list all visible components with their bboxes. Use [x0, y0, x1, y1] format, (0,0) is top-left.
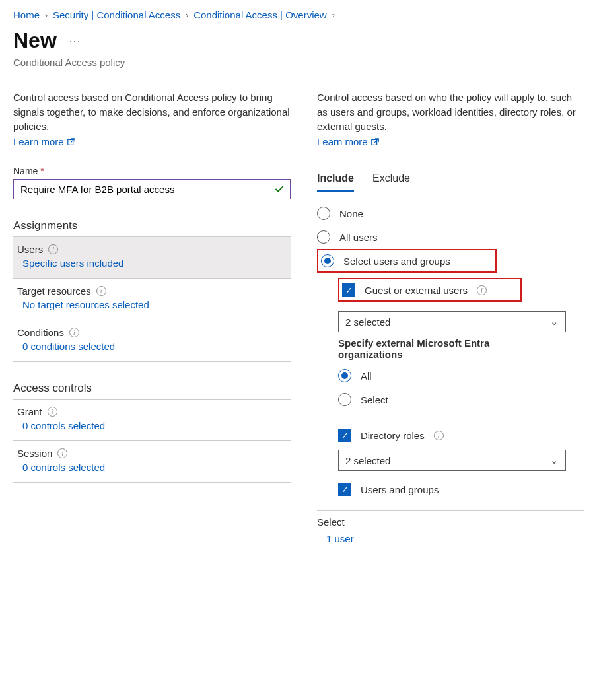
control-session-label: Session — [17, 448, 52, 459]
learn-more-link[interactable]: Learn more — [13, 136, 76, 147]
radio-entra-all[interactable] — [338, 369, 351, 382]
select-heading: Select — [317, 516, 584, 528]
guest-types-select[interactable]: 2 selected ⌄ — [338, 311, 566, 332]
info-icon[interactable]: i — [57, 448, 67, 458]
check-icon — [273, 183, 285, 197]
info-icon[interactable]: i — [96, 286, 106, 296]
radio-entra-select-label: Select — [361, 394, 388, 405]
right-intro-text: Control access based on who the policy w… — [317, 90, 584, 133]
radio-entra-all-label: All — [361, 370, 372, 382]
control-session[interactable]: Session i 0 controls selected — [13, 441, 291, 483]
tab-include[interactable]: Include — [317, 170, 354, 192]
info-icon[interactable]: i — [48, 244, 58, 254]
more-actions-button[interactable]: ⋯ — [69, 34, 82, 48]
info-icon[interactable]: i — [48, 407, 57, 417]
radio-none[interactable] — [317, 207, 330, 220]
external-link-icon — [67, 137, 76, 147]
assignment-conditions-label: Conditions — [17, 327, 64, 338]
breadcrumb-security[interactable]: Security | Conditional Access — [53, 9, 180, 20]
assignment-users-label: Users — [17, 244, 43, 255]
tab-exclude[interactable]: Exclude — [372, 170, 410, 192]
separator — [317, 510, 584, 511]
info-icon[interactable]: i — [434, 431, 444, 440]
chevron-right-icon: › — [45, 11, 48, 20]
page-subtitle: Conditional Access policy — [13, 57, 584, 68]
radio-all-users[interactable] — [317, 230, 330, 244]
learn-more-label: Learn more — [13, 136, 64, 147]
checkbox-directory-roles[interactable]: ✓ — [338, 429, 351, 442]
radio-select-users[interactable] — [321, 254, 334, 267]
radio-all-users-label: All users — [339, 232, 378, 243]
control-session-status[interactable]: 0 controls selected — [22, 462, 105, 473]
checkbox-directory-roles-label: Directory roles — [361, 430, 425, 441]
name-label: Name* — [13, 166, 291, 176]
breadcrumb: Home › Security | Conditional Access › C… — [13, 9, 584, 20]
assignment-users-status[interactable]: Specific users included — [22, 258, 123, 269]
checkbox-users-groups-label: Users and groups — [361, 484, 439, 495]
chevron-down-icon: ⌄ — [550, 454, 559, 466]
breadcrumb-home[interactable]: Home — [13, 9, 40, 20]
info-icon[interactable]: i — [477, 285, 487, 295]
page-title: New — [13, 28, 57, 53]
learn-more-label: Learn more — [317, 136, 368, 147]
selected-users-link[interactable]: 1 user — [326, 533, 354, 544]
entra-org-label: Specify external Microsoft Entra organiz… — [338, 337, 536, 360]
assignment-conditions-status[interactable]: 0 conditions selected — [22, 341, 115, 352]
checkbox-guest-external[interactable]: ✓ — [342, 283, 355, 297]
radio-select-users-label: Select users and groups — [343, 256, 450, 267]
left-intro-text: Control access based on Conditional Acce… — [13, 90, 291, 133]
info-icon[interactable]: i — [69, 328, 79, 337]
checkbox-guest-label: Guest or external users — [365, 285, 468, 296]
include-exclude-tabs: Include Exclude — [317, 170, 584, 192]
control-grant-status[interactable]: 0 controls selected — [22, 420, 105, 431]
policy-name-input[interactable] — [13, 179, 291, 199]
assignment-users[interactable]: Users i Specific users included — [13, 237, 291, 279]
breadcrumb-overview[interactable]: Conditional Access | Overview — [193, 9, 326, 20]
section-assignments: Assignments — [13, 219, 291, 237]
chevron-right-icon: › — [332, 11, 335, 20]
guest-types-value: 2 selected — [345, 316, 390, 328]
svg-rect-0 — [67, 139, 73, 145]
external-link-icon — [370, 137, 380, 147]
svg-rect-1 — [371, 139, 376, 145]
assignment-conditions[interactable]: Conditions i 0 conditions selected — [13, 320, 291, 362]
chevron-down-icon: ⌄ — [550, 316, 559, 328]
assignment-target[interactable]: Target resources i No target resources s… — [13, 279, 291, 320]
control-grant-label: Grant — [17, 406, 42, 417]
learn-more-link-right[interactable]: Learn more — [317, 136, 380, 147]
directory-roles-select[interactable]: 2 selected ⌄ — [338, 450, 566, 471]
required-indicator: * — [40, 166, 44, 176]
radio-entra-select[interactable] — [338, 393, 351, 406]
directory-roles-value: 2 selected — [345, 455, 390, 466]
assignment-target-status[interactable]: No target resources selected — [22, 299, 149, 310]
section-access-controls: Access controls — [13, 382, 291, 400]
assignment-target-label: Target resources — [17, 285, 91, 297]
checkbox-users-groups[interactable]: ✓ — [338, 483, 351, 496]
control-grant[interactable]: Grant i 0 controls selected — [13, 400, 291, 441]
chevron-right-icon: › — [186, 11, 188, 20]
radio-none-label: None — [339, 208, 363, 219]
